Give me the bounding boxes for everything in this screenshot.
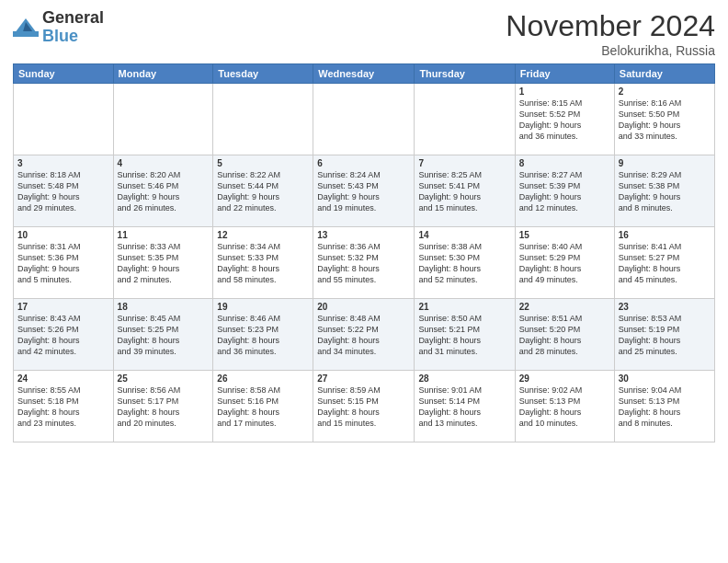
calendar-day-cell: 5Sunrise: 8:22 AM Sunset: 5:44 PM Daylig… [213,155,313,227]
title-section: November 2024 Belokurikha, Russia [506,9,715,58]
col-monday: Monday [113,64,213,84]
calendar-week-row: 17Sunrise: 8:43 AM Sunset: 5:26 PM Dayli… [14,299,715,371]
day-info: Sunrise: 8:18 AM Sunset: 5:48 PM Dayligh… [17,169,109,214]
calendar-day-cell [14,84,114,155]
day-info: Sunrise: 8:40 AM Sunset: 5:29 PM Dayligh… [519,241,610,286]
day-info: Sunrise: 8:27 AM Sunset: 5:39 PM Dayligh… [519,169,610,214]
day-info: Sunrise: 9:02 AM Sunset: 5:13 PM Dayligh… [519,385,610,430]
day-number: 5 [217,158,309,168]
day-number: 11 [118,230,210,240]
day-info: Sunrise: 8:16 AM Sunset: 5:50 PM Dayligh… [619,98,711,143]
day-number: 17 [17,302,109,312]
calendar-day-cell: 14Sunrise: 8:38 AM Sunset: 5:30 PM Dayli… [415,227,515,299]
calendar-day-cell: 25Sunrise: 8:56 AM Sunset: 5:17 PM Dayli… [113,371,213,442]
day-info: Sunrise: 8:25 AM Sunset: 5:41 PM Dayligh… [418,169,510,214]
day-info: Sunrise: 8:50 AM Sunset: 5:21 PM Dayligh… [418,313,510,358]
day-number: 25 [118,373,210,384]
day-number: 4 [118,158,210,168]
logo-icon [13,15,39,40]
day-number: 20 [317,302,410,312]
calendar-day-cell [313,84,415,155]
calendar-day-cell: 4Sunrise: 8:20 AM Sunset: 5:46 PM Daylig… [113,155,213,227]
day-info: Sunrise: 8:48 AM Sunset: 5:22 PM Dayligh… [317,313,410,358]
day-info: Sunrise: 8:15 AM Sunset: 5:52 PM Dayligh… [519,98,610,143]
page-container: General Blue November 2024 Belokurikha, … [0,0,728,563]
day-info: Sunrise: 8:43 AM Sunset: 5:26 PM Dayligh… [17,313,109,358]
calendar-day-cell: 15Sunrise: 8:40 AM Sunset: 5:29 PM Dayli… [515,227,614,299]
day-number: 3 [17,158,109,168]
day-number: 24 [17,373,109,384]
calendar-day-cell: 26Sunrise: 8:58 AM Sunset: 5:16 PM Dayli… [213,371,313,442]
day-info: Sunrise: 8:55 AM Sunset: 5:18 PM Dayligh… [17,385,109,430]
day-info: Sunrise: 8:46 AM Sunset: 5:23 PM Dayligh… [217,313,309,358]
day-number: 22 [519,302,610,312]
day-number: 9 [619,158,711,168]
calendar-day-cell: 30Sunrise: 9:04 AM Sunset: 5:13 PM Dayli… [614,371,714,442]
calendar-day-cell: 17Sunrise: 8:43 AM Sunset: 5:26 PM Dayli… [14,299,114,371]
calendar-day-cell: 27Sunrise: 8:59 AM Sunset: 5:15 PM Dayli… [313,371,415,442]
logo-general: General [42,9,104,28]
day-number: 6 [317,158,410,168]
day-info: Sunrise: 8:34 AM Sunset: 5:33 PM Dayligh… [217,241,309,286]
day-number: 13 [317,230,410,240]
calendar-day-cell: 1Sunrise: 8:15 AM Sunset: 5:52 PM Daylig… [515,84,614,155]
calendar-day-cell: 23Sunrise: 8:53 AM Sunset: 5:19 PM Dayli… [614,299,714,371]
day-info: Sunrise: 8:33 AM Sunset: 5:35 PM Dayligh… [118,241,210,286]
month-title: November 2024 [506,9,715,43]
day-info: Sunrise: 8:36 AM Sunset: 5:32 PM Dayligh… [317,241,410,286]
col-sunday: Sunday [14,64,114,84]
calendar-day-cell: 28Sunrise: 9:01 AM Sunset: 5:14 PM Dayli… [415,371,515,442]
logo-blue: Blue [42,28,104,46]
logo: General Blue [13,9,104,46]
svg-rect-2 [13,31,39,37]
calendar-day-cell [213,84,313,155]
calendar-table: Sunday Monday Tuesday Wednesday Thursday… [13,63,715,442]
location: Belokurikha, Russia [506,43,715,58]
calendar-day-cell: 7Sunrise: 8:25 AM Sunset: 5:41 PM Daylig… [415,155,515,227]
calendar-day-cell: 6Sunrise: 8:24 AM Sunset: 5:43 PM Daylig… [313,155,415,227]
day-number: 19 [217,302,309,312]
day-number: 26 [217,373,309,384]
day-number: 28 [418,373,510,384]
col-wednesday: Wednesday [313,64,415,84]
calendar-day-cell: 8Sunrise: 8:27 AM Sunset: 5:39 PM Daylig… [515,155,614,227]
day-info: Sunrise: 8:22 AM Sunset: 5:44 PM Dayligh… [217,169,309,214]
calendar-week-row: 1Sunrise: 8:15 AM Sunset: 5:52 PM Daylig… [14,84,715,155]
day-number: 18 [118,302,210,312]
day-info: Sunrise: 8:51 AM Sunset: 5:20 PM Dayligh… [519,313,610,358]
calendar-day-cell: 19Sunrise: 8:46 AM Sunset: 5:23 PM Dayli… [213,299,313,371]
day-number: 15 [519,230,610,240]
day-number: 21 [418,302,510,312]
day-number: 23 [619,302,711,312]
calendar-day-cell: 24Sunrise: 8:55 AM Sunset: 5:18 PM Dayli… [14,371,114,442]
day-info: Sunrise: 8:29 AM Sunset: 5:38 PM Dayligh… [619,169,711,214]
day-info: Sunrise: 8:20 AM Sunset: 5:46 PM Dayligh… [118,169,210,214]
calendar-day-cell: 29Sunrise: 9:02 AM Sunset: 5:13 PM Dayli… [515,371,614,442]
day-info: Sunrise: 9:01 AM Sunset: 5:14 PM Dayligh… [418,385,510,430]
calendar-week-row: 10Sunrise: 8:31 AM Sunset: 5:36 PM Dayli… [14,227,715,299]
calendar-day-cell: 12Sunrise: 8:34 AM Sunset: 5:33 PM Dayli… [213,227,313,299]
col-tuesday: Tuesday [213,64,313,84]
day-number: 30 [619,373,711,384]
day-number: 8 [519,158,610,168]
day-number: 7 [418,158,510,168]
logo-text: General Blue [42,9,104,46]
day-number: 27 [317,373,410,384]
calendar-day-cell: 11Sunrise: 8:33 AM Sunset: 5:35 PM Dayli… [113,227,213,299]
day-number: 2 [619,86,711,97]
day-number: 1 [519,86,610,97]
day-info: Sunrise: 8:59 AM Sunset: 5:15 PM Dayligh… [317,385,410,430]
day-info: Sunrise: 8:24 AM Sunset: 5:43 PM Dayligh… [317,169,410,214]
day-info: Sunrise: 8:38 AM Sunset: 5:30 PM Dayligh… [418,241,510,286]
col-friday: Friday [515,64,614,84]
header: General Blue November 2024 Belokurikha, … [13,9,715,58]
day-info: Sunrise: 8:31 AM Sunset: 5:36 PM Dayligh… [17,241,109,286]
calendar-day-cell: 9Sunrise: 8:29 AM Sunset: 5:38 PM Daylig… [614,155,714,227]
calendar-body: 1Sunrise: 8:15 AM Sunset: 5:52 PM Daylig… [14,84,715,442]
day-info: Sunrise: 8:58 AM Sunset: 5:16 PM Dayligh… [217,385,309,430]
day-info: Sunrise: 9:04 AM Sunset: 5:13 PM Dayligh… [619,385,711,430]
col-saturday: Saturday [614,64,714,84]
col-thursday: Thursday [415,64,515,84]
calendar-day-cell: 22Sunrise: 8:51 AM Sunset: 5:20 PM Dayli… [515,299,614,371]
day-info: Sunrise: 8:53 AM Sunset: 5:19 PM Dayligh… [619,313,711,358]
